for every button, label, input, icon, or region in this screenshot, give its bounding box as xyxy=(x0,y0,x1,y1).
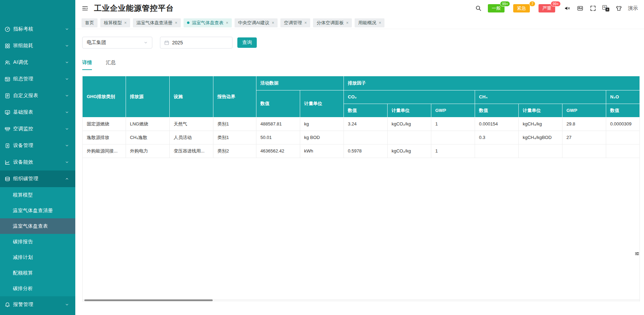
horizontal-scrollbar-track[interactable] xyxy=(83,299,639,301)
cell: kg xyxy=(300,117,344,131)
submenu-item-label: 碳排报告 xyxy=(13,239,33,245)
cell xyxy=(475,144,518,158)
sidebar-item-hvac-monitor[interactable]: 空调监控 xyxy=(0,121,75,137)
alert-urgent-count: 7 xyxy=(529,1,535,7)
tab-summary[interactable]: 汇总 xyxy=(106,60,116,70)
fullscreen-icon[interactable] xyxy=(590,5,596,12)
submenu-item-label: 减排计划 xyxy=(13,254,33,261)
submenu-item-carbon-analysis[interactable]: 碳排分析 xyxy=(0,281,75,296)
cell: 1 xyxy=(431,117,475,131)
sidebar-item-device-efficiency[interactable]: 设备能效 xyxy=(0,154,75,170)
alert-urgent-badge[interactable]: 紧急 7 xyxy=(513,4,530,12)
col-header-ch4-unit: 计量单位 xyxy=(518,104,562,117)
submenu-item-accounting-model[interactable]: 核算模型 xyxy=(0,187,75,203)
chevron-down-icon xyxy=(65,27,69,31)
year-input[interactable]: 2025 xyxy=(160,37,232,49)
org-select[interactable]: 电工集团 xyxy=(82,37,152,49)
content-area: 电工集团 2025 查询 详情 汇总 xyxy=(75,29,644,315)
submenu-item-quota-accounting[interactable]: 配额核算 xyxy=(0,265,75,281)
horizontal-scrollbar-thumb[interactable] xyxy=(84,299,213,301)
group-header-emission-factor: 排放因子 xyxy=(344,76,640,90)
close-icon[interactable]: × xyxy=(124,20,127,25)
language-translate-icon[interactable]: 中A xyxy=(602,5,609,11)
nav-tab-ghg-inventory-register[interactable]: 温室气体盘查清册× xyxy=(133,18,181,27)
alert-severe-label: 严重 xyxy=(542,5,551,11)
table-row: 逸散源排放 CH₄逸散 人员活动 类别1 50.01 kg BOD 0.3 kg… xyxy=(83,131,640,144)
close-icon[interactable]: × xyxy=(175,20,177,25)
sidebar-item-label: AI调优 xyxy=(13,59,65,65)
tab-label: 温室气体盘查表 xyxy=(192,20,223,26)
alert-severe-badge[interactable]: 严重 99+ xyxy=(539,4,555,12)
cell xyxy=(344,131,387,144)
ghg-table-container: GHG排放类别 排放源 设施 报告边界 活动数据 排放因子 数值 计量单位 CO… xyxy=(82,76,640,301)
device-icon xyxy=(5,143,10,149)
alert-general-badge[interactable]: 一般 99+ xyxy=(488,4,505,12)
dashboard-screen-icon[interactable] xyxy=(577,5,584,12)
close-icon[interactable]: × xyxy=(346,20,348,25)
sidebar-item-label: 基础报表 xyxy=(13,109,65,115)
chevron-up-icon xyxy=(65,177,69,181)
chevron-down-icon xyxy=(65,94,69,98)
col-header-activity-value: 数值 xyxy=(256,90,300,117)
nav-tab-energy-overview[interactable]: 用能概况× xyxy=(355,18,384,27)
submenu-item-ghg-inventory-register[interactable]: 温室气体盘查清册 xyxy=(0,203,75,218)
query-button[interactable]: 查询 xyxy=(237,37,257,48)
cell: 外购能源间接... xyxy=(83,144,126,158)
submenu-item-ghg-inventory-table[interactable]: 温室气体盘查表 xyxy=(0,218,75,234)
cell: 27 xyxy=(562,131,606,144)
sidebar-item-custom-report[interactable]: 自定义报表 xyxy=(0,87,75,104)
sidebar-item-scada-config[interactable]: 组态管理 xyxy=(0,71,75,87)
collapse-sidebar-icon[interactable] xyxy=(82,5,89,12)
column-settings-icon[interactable] xyxy=(634,250,640,257)
tab-detail[interactable]: 详情 xyxy=(82,60,92,70)
chevron-down-icon xyxy=(65,160,69,164)
group-header-n2o: N₂O xyxy=(606,90,640,104)
close-icon[interactable]: × xyxy=(379,20,381,25)
sidebar-item-ai-tuning[interactable]: AI调优 xyxy=(0,54,75,71)
sidebar-item-alarm-management[interactable]: 报警管理 xyxy=(0,296,75,313)
page-title: 工业企业能源管控平台 xyxy=(94,3,174,14)
submenu-item-label: 配额核算 xyxy=(13,270,33,276)
tab-label: 中央空调AI建议 xyxy=(238,20,269,26)
nav-tab-split-ac-panel[interactable]: 分体空调面板× xyxy=(313,18,352,27)
sidebar-item-basic-report[interactable]: 基础报表 xyxy=(0,104,75,121)
cell xyxy=(431,131,475,144)
theme-shirt-icon[interactable] xyxy=(615,5,622,12)
close-icon[interactable]: × xyxy=(304,20,307,25)
sidebar: 指标考核 班组能耗 AI调优 组态管理 自定义报表 基础报表 xyxy=(0,0,75,315)
ghg-inventory-table: GHG排放类别 排放源 设施 报告边界 活动数据 排放因子 数值 计量单位 CO… xyxy=(83,76,640,158)
cell: 0.5978 xyxy=(344,144,387,158)
sidebar-item-kpi-assessment[interactable]: 指标考核 xyxy=(0,21,75,37)
submenu-item-reduction-plan[interactable]: 减排计划 xyxy=(0,250,75,265)
layout-icon xyxy=(5,76,10,82)
nav-tab-home[interactable]: 首页 xyxy=(82,18,98,27)
cell: 0.3 xyxy=(475,131,518,144)
alert-general-label: 一般 xyxy=(492,5,501,11)
demo-user-label[interactable]: 演示 xyxy=(628,5,638,11)
cell xyxy=(518,144,562,158)
submenu-item-carbon-report[interactable]: 碳排报告 xyxy=(0,234,75,250)
alert-severe-count: 99+ xyxy=(551,1,561,7)
sidebar-item-device-management[interactable]: 设备管理 xyxy=(0,137,75,154)
tab-label: 用能概况 xyxy=(358,20,376,26)
nav-tab-accounting-model[interactable]: 核算模型× xyxy=(100,18,130,27)
search-icon[interactable] xyxy=(475,5,482,12)
sidebar-item-carbon-management[interactable]: 组织碳管理 xyxy=(0,170,75,187)
nav-tab-hvac-ai-advice[interactable]: 中央空调AI建议× xyxy=(235,18,278,27)
cell: 天然气 xyxy=(169,117,213,131)
cell: kgCH₄/kgBOD xyxy=(518,131,562,144)
close-icon[interactable]: × xyxy=(272,20,274,25)
sidebar-item-team-energy[interactable]: 班组能耗 xyxy=(0,37,75,54)
submenu-item-label: 温室气体盘查清册 xyxy=(13,208,53,214)
nav-tab-hvac-management[interactable]: 空调管理× xyxy=(280,18,310,27)
cell: 50.01 xyxy=(256,131,300,144)
nav-tab-ghg-inventory-table[interactable]: 温室气体盘查表× xyxy=(184,18,232,27)
tab-label: 分体空调面板 xyxy=(316,20,344,26)
close-icon[interactable]: × xyxy=(226,20,228,25)
col-header-report-boundary: 报告边界 xyxy=(213,76,256,117)
view-tabs: 详情 汇总 xyxy=(82,60,640,70)
sidebar-item-label: 组织碳管理 xyxy=(13,176,65,182)
cell: 3.24 xyxy=(344,117,387,131)
year-input-value: 2025 xyxy=(172,40,183,45)
mute-icon[interactable] xyxy=(564,5,571,12)
